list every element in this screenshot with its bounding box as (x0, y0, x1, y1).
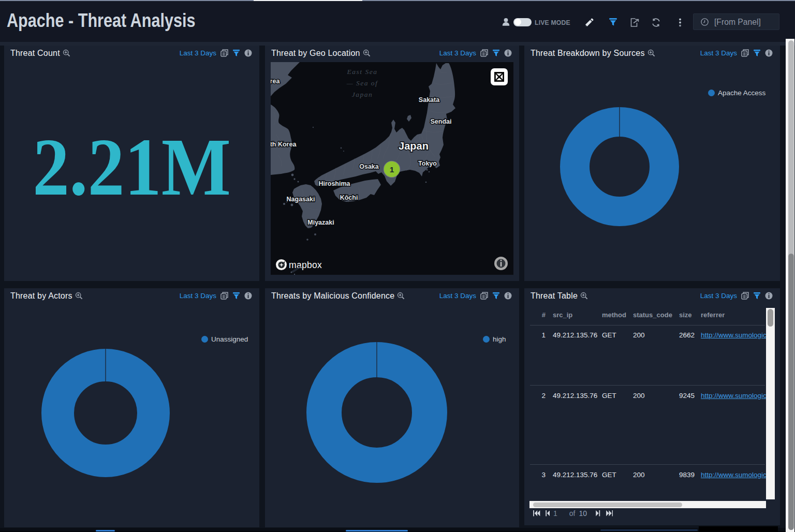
svg-text:Nagasaki: Nagasaki (287, 196, 315, 203)
svg-text:1: 1 (390, 165, 394, 174)
svg-text:— Sea of: — Sea of (346, 79, 378, 87)
svg-text:Osaka: Osaka (359, 163, 379, 170)
svg-text:th Korea: th Korea (271, 141, 297, 148)
svg-text:Miyazaki: Miyazaki (307, 219, 334, 226)
svg-text:rea: rea (271, 78, 280, 85)
svg-text:Hiroshima: Hiroshima (318, 180, 350, 187)
svg-text:Tokyo: Tokyo (418, 160, 437, 167)
svg-text:Sendai: Sendai (431, 118, 452, 125)
svg-text:Kōchi: Kōchi (340, 194, 358, 201)
svg-text:Japan: Japan (399, 140, 429, 152)
svg-text:East Sea: East Sea (347, 68, 378, 76)
svg-text:Japan: Japan (352, 91, 373, 98)
svg-text:Sakata: Sakata (419, 96, 440, 104)
svg-text:mapbox: mapbox (289, 260, 322, 270)
